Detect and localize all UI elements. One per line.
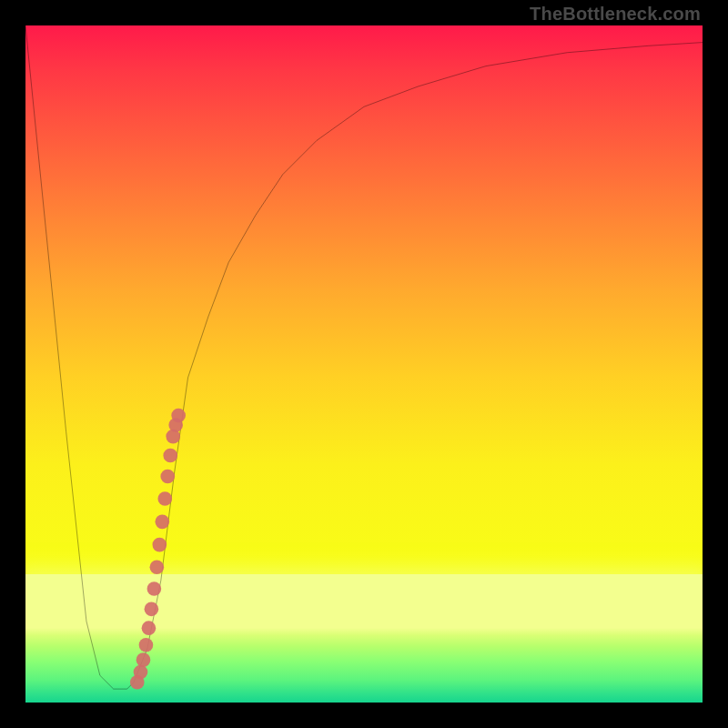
data-dot — [145, 602, 159, 617]
data-dot — [160, 470, 175, 484]
data-dot — [136, 652, 151, 667]
chart-stage: TheBottleneck.com — [0, 0, 728, 728]
source-label: TheBottleneck.com — [530, 4, 701, 25]
data-dot — [139, 638, 154, 652]
data-dot — [171, 409, 186, 423]
data-dots — [130, 409, 186, 690]
data-dot — [142, 621, 157, 635]
plot-area — [25, 25, 703, 703]
chart-svg — [25, 25, 703, 703]
data-dot — [134, 665, 148, 680]
data-dot — [163, 449, 177, 463]
bottleneck-curve — [25, 25, 703, 689]
data-dot — [153, 538, 167, 552]
data-dot — [147, 581, 162, 596]
data-dot — [150, 560, 165, 574]
data-dot — [155, 515, 169, 530]
data-dot — [157, 491, 172, 506]
